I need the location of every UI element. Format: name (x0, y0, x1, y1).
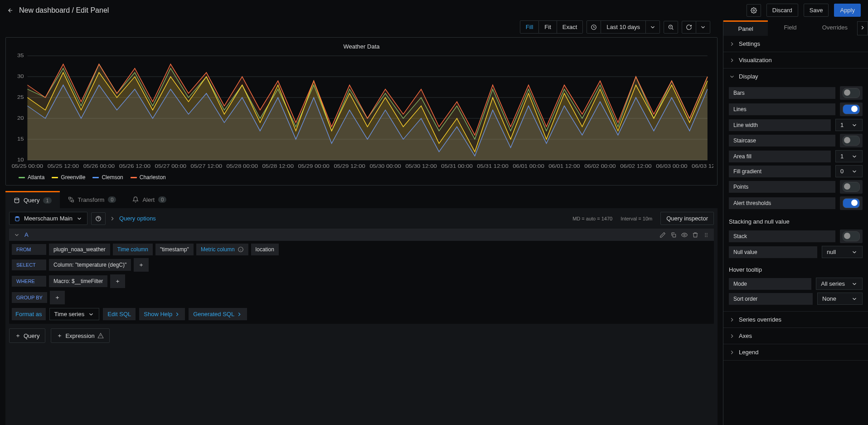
svg-text:05/28 12:00: 05/28 12:00 (262, 164, 294, 169)
from-keyword: FROM (12, 244, 46, 255)
svg-text:05/25 12:00: 05/25 12:00 (48, 164, 79, 169)
format-as-select[interactable]: Time series (49, 308, 100, 320)
svg-text:06/02 12:00: 06/02 12:00 (620, 164, 652, 169)
query-options-link[interactable]: Query options (119, 215, 156, 222)
svg-text:05/30 12:00: 05/30 12:00 (405, 164, 437, 169)
section-legend[interactable]: Legend (723, 344, 868, 360)
discard-button[interactable]: Discard (766, 4, 798, 17)
side-tab-panel[interactable]: Panel (723, 20, 768, 36)
datasource-help-button[interactable] (91, 212, 106, 225)
tab-alert[interactable]: Alert 0 (124, 191, 175, 208)
fill-button[interactable]: Fill (520, 20, 539, 34)
tab-alert-label: Alert (142, 196, 155, 203)
fit-button[interactable]: Fit (539, 20, 557, 34)
sidebar-collapse-button[interactable] (857, 21, 868, 35)
back-arrow[interactable] (7, 7, 14, 14)
line-width-label: Line width (729, 119, 831, 131)
sort-order-select[interactable]: None (817, 293, 863, 305)
add-where-button[interactable]: ＋ (110, 274, 125, 288)
legend-item[interactable]: Charleston (131, 174, 166, 181)
fill-gradient-label: Fill gradient (729, 166, 831, 177)
clock-icon (587, 20, 601, 34)
legend-item[interactable]: Greenville (52, 174, 85, 181)
panel-settings-button[interactable] (747, 4, 761, 17)
points-toggle[interactable] (843, 182, 860, 192)
tab-transform-count: 0 (108, 196, 116, 203)
edit-sql-link[interactable]: Edit SQL (103, 308, 136, 320)
svg-rect-38 (673, 234, 675, 237)
where-keyword: WHERE (12, 276, 46, 287)
refresh-button[interactable] (682, 21, 696, 34)
edit-icon[interactable] (659, 232, 666, 238)
hover-heading: Hover tooltip (729, 261, 863, 275)
refresh-dropdown[interactable] (696, 21, 710, 34)
tab-query[interactable]: Query 1 (5, 191, 60, 208)
save-button[interactable]: Save (804, 4, 829, 17)
time-range-picker[interactable]: Last 10 days (587, 20, 660, 34)
trash-icon[interactable] (692, 232, 698, 238)
fill-gradient-select[interactable]: 0 (835, 165, 863, 177)
apply-button[interactable]: Apply (834, 4, 861, 17)
section-series-overrides[interactable]: Series overrides (723, 312, 868, 327)
section-display[interactable]: Display (723, 68, 868, 84)
svg-text:06/03 00:00: 06/03 00:00 (656, 164, 688, 169)
query-inspector-button[interactable]: Query inspector (660, 212, 714, 225)
where-value[interactable]: Macro: $__timeFilter (49, 275, 107, 287)
chevron-down-icon[interactable] (646, 20, 660, 34)
time-range-label[interactable]: Last 10 days (601, 20, 646, 34)
legend-item[interactable]: Clemson (92, 174, 123, 181)
datasource-select[interactable]: Meerschaum Main (9, 212, 87, 225)
svg-text:25: 25 (17, 95, 24, 100)
side-tab-overrides[interactable]: Overrides (813, 20, 857, 36)
add-groupby-button[interactable]: ＋ (50, 291, 65, 304)
svg-text:05/31 12:00: 05/31 12:00 (477, 164, 509, 169)
svg-point-44 (705, 236, 706, 237)
time-column-value[interactable]: "timestamp" (155, 244, 194, 255)
area-fill-select[interactable]: 1 (835, 150, 863, 162)
section-axes[interactable]: Axes (723, 328, 868, 344)
null-value-select[interactable]: null (822, 246, 863, 258)
alert-thresholds-toggle[interactable] (843, 198, 860, 208)
lines-toggle[interactable] (843, 104, 860, 114)
from-value[interactable]: plugin_noaa_weather (49, 244, 110, 255)
chevron-down-icon[interactable] (14, 232, 20, 238)
zoom-out-button[interactable] (664, 21, 678, 34)
show-help-link[interactable]: Show Help (139, 308, 185, 320)
generated-sql-link[interactable]: Generated SQL (189, 308, 247, 320)
side-tab-field[interactable]: Field (768, 20, 812, 36)
breadcrumb: New dashboard / Edit Panel (19, 6, 109, 15)
tab-transform-label: Transform (78, 196, 105, 203)
svg-text:35: 35 (17, 54, 24, 58)
metric-column-value[interactable]: location (251, 244, 279, 255)
section-settings[interactable]: Settings (723, 36, 868, 52)
stack-toggle[interactable] (843, 231, 860, 241)
svg-text:05/30 00:00: 05/30 00:00 (369, 164, 401, 169)
bars-toggle[interactable] (843, 88, 860, 98)
chart-legend: AtlantaGreenvilleClemsonCharleston (10, 171, 713, 181)
drag-handle-icon[interactable] (703, 232, 709, 238)
staircase-toggle[interactable] (843, 136, 860, 146)
bars-label: Bars (729, 87, 835, 99)
select-value[interactable]: Column: "temperature (degC)" (49, 259, 131, 271)
stack-label: Stack (729, 230, 835, 242)
legend-item[interactable]: Atlanta (19, 174, 44, 181)
null-value-label: Null value (729, 246, 817, 258)
mode-select[interactable]: All series (816, 278, 863, 290)
section-visualization[interactable]: Visualization (723, 52, 868, 68)
add-expression-button[interactable]: ＋Expression (51, 328, 109, 343)
metric-column-label: Metric column (196, 244, 248, 255)
exact-button[interactable]: Exact (557, 20, 583, 34)
eye-icon[interactable] (681, 232, 688, 238)
add-query-button[interactable]: ＋Query (9, 328, 45, 343)
svg-text:20: 20 (17, 116, 24, 121)
tab-transform[interactable]: Transform 0 (60, 191, 125, 208)
svg-point-36 (15, 216, 19, 218)
svg-text:10: 10 (17, 157, 24, 162)
svg-text:05/28 00:00: 05/28 00:00 (227, 164, 258, 169)
svg-text:06/02 00:00: 06/02 00:00 (584, 164, 616, 169)
svg-point-43 (707, 234, 708, 235)
copy-icon[interactable] (670, 232, 677, 238)
add-select-button[interactable]: ＋ (134, 258, 149, 272)
line-width-select[interactable]: 1 (835, 119, 863, 131)
svg-text:06/01 00:00: 06/01 00:00 (513, 164, 544, 169)
